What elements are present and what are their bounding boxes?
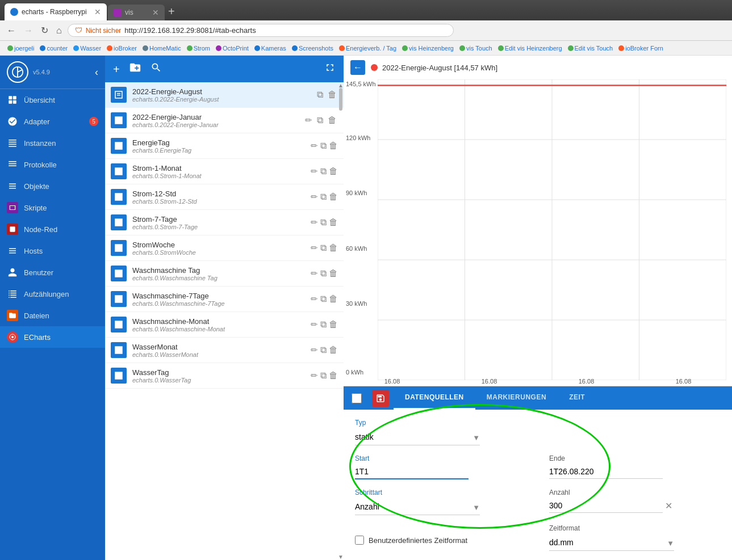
bookmark-edit-heinzenberg[interactable]: Edit vis Heinzenberg — [495, 44, 565, 53]
sidebar-item-ubersicht[interactable]: Übersicht — [0, 89, 105, 111]
file-copy-12[interactable]: ⧉ — [320, 370, 327, 381]
bookmark-octoprint[interactable]: OctoPrint — [213, 44, 252, 53]
tab-close-2[interactable]: ✕ — [152, 8, 159, 17]
add-folder-button[interactable] — [127, 59, 144, 79]
bookmark-iobroker[interactable]: ioBroker — [104, 44, 140, 53]
chart-back-button[interactable]: ← — [350, 60, 365, 75]
file-edit-10[interactable]: ✏ — [311, 319, 318, 330]
sidebar-item-hosts[interactable]: Hosts — [0, 240, 105, 262]
bookmark-kameras[interactable]: Kameras — [252, 44, 289, 53]
file-edit-3[interactable]: ✏ — [311, 141, 318, 151]
bookmark-strom[interactable]: Strom — [184, 44, 213, 53]
file-edit-9[interactable]: ✏ — [311, 294, 318, 304]
file-edit-2[interactable]: ✏ — [304, 114, 313, 127]
file-delete-8[interactable]: 🗑 — [329, 268, 338, 279]
file-delete-3[interactable]: 🗑 — [329, 141, 338, 151]
file-edit-12[interactable]: ✏ — [311, 370, 318, 381]
file-item-5[interactable]: Strom-12-Std echarts.0.Strom-12-Std ✏ ⧉ … — [105, 184, 344, 210]
file-item-8[interactable]: Waschmaschine Tag echarts.0.Waschmaschin… — [105, 261, 344, 287]
bookmark-vis-touch[interactable]: vis Touch — [457, 44, 495, 53]
file-edit-6[interactable]: ✏ — [311, 217, 318, 228]
collapse-button[interactable]: ‹ — [95, 66, 98, 78]
file-edit-4[interactable]: ✏ — [311, 166, 318, 176]
file-copy-8[interactable]: ⧉ — [320, 268, 327, 279]
scrollbar[interactable] — [339, 88, 342, 111]
bottom-checkbox[interactable] — [352, 393, 362, 403]
file-copy-9[interactable]: ⧉ — [320, 294, 327, 304]
tab-inactive[interactable]: vis ✕ — [108, 5, 165, 20]
anzahl-input[interactable] — [549, 499, 663, 513]
file-item-7[interactable]: StromWoche echarts.0.StromWoche ✏ ⧉ 🗑 — [105, 235, 344, 261]
sidebar-item-echarts[interactable]: ECharts — [0, 326, 105, 348]
file-edit-11[interactable]: ✏ — [311, 345, 318, 355]
file-delete-1[interactable]: 🗑 — [327, 89, 338, 101]
file-delete-12[interactable]: 🗑 — [329, 370, 338, 381]
file-copy-5[interactable]: ⧉ — [320, 192, 327, 202]
file-delete-10[interactable]: 🗑 — [329, 319, 338, 330]
tab-close-1[interactable]: ✕ — [94, 7, 101, 16]
save-button[interactable] — [372, 390, 389, 407]
file-copy-6[interactable]: ⧉ — [320, 217, 327, 228]
file-item-11[interactable]: WasserMonat echarts.0.WasserMonat ✏ ⧉ 🗑 — [105, 338, 344, 363]
anzahl-clear[interactable]: ✕ — [665, 500, 672, 511]
typ-select[interactable]: statik relativ absolut — [355, 429, 480, 445]
file-copy-10[interactable]: ⧉ — [320, 319, 327, 330]
start-input[interactable] — [355, 465, 469, 479]
sidebar-item-skripte[interactable]: Skripte — [0, 197, 105, 218]
back-button[interactable]: ← — [5, 24, 18, 37]
file-item-12[interactable]: WasserTag echarts.0.WasserTag ✏ ⧉ 🗑 — [105, 363, 344, 389]
zeitformat-select[interactable]: dd.mm dd.mm.yy HH:MM — [549, 534, 674, 551]
file-delete-2[interactable]: 🗑 — [327, 114, 338, 127]
custom-zeitformat-checkbox[interactable] — [355, 536, 364, 545]
home-button[interactable]: ⌂ — [54, 24, 64, 37]
bookmark-counter[interactable]: counter — [37, 44, 70, 53]
tab-zeit[interactable]: ZEIT — [558, 386, 596, 410]
file-delete-7[interactable]: 🗑 — [329, 243, 338, 253]
file-delete-5[interactable]: 🗑 — [329, 192, 338, 202]
file-copy-3[interactable]: ⧉ — [320, 141, 327, 151]
sidebar-item-protokolle[interactable]: Protokolle — [0, 154, 105, 175]
file-copy-2[interactable]: ⧉ — [316, 114, 324, 127]
file-copy-4[interactable]: ⧉ — [320, 166, 327, 176]
tab-markierungen[interactable]: MARKIERUNGEN — [475, 386, 558, 410]
bookmark-joergeli[interactable]: joergeli — [5, 44, 37, 53]
file-item-4[interactable]: Strom-1-Monat echarts.0.Strom-1-Monat ✏ … — [105, 159, 344, 184]
tab-active[interactable]: echarts - Raspberrypi ✕ — [5, 3, 107, 20]
file-item-2[interactable]: 2022-Energie-Januar echarts.0.2022-Energ… — [105, 108, 344, 133]
refresh-button[interactable]: ↻ — [39, 24, 51, 37]
file-item-10[interactable]: Waschmaschine-Monat echarts.0.Waschmasch… — [105, 312, 344, 338]
file-delete-6[interactable]: 🗑 — [329, 217, 338, 228]
bookmark-iobroker-forn[interactable]: ioBroker Forn — [616, 44, 666, 53]
forward-button[interactable]: → — [22, 24, 35, 37]
sidebar-item-adapter[interactable]: Adapter 5 — [0, 111, 105, 132]
file-delete-9[interactable]: 🗑 — [329, 294, 338, 304]
bookmark-energie[interactable]: Energieverb. / Tag — [336, 44, 399, 53]
schrittart-select[interactable]: Anzahl Auto Manuell — [355, 499, 480, 515]
file-item-9[interactable]: Waschmaschine-7Tage echarts.0.Waschmasch… — [105, 287, 344, 312]
file-delete-4[interactable]: 🗑 — [329, 166, 338, 176]
sidebar-item-aufzahlungen[interactable]: Aufzählungen — [0, 283, 105, 305]
sidebar-item-benutzer[interactable]: Benutzer — [0, 262, 105, 283]
file-item-3[interactable]: EnergieTag echarts.0.EnergieTag ✏ ⧉ 🗑 — [105, 133, 344, 159]
ende-input[interactable] — [549, 465, 663, 479]
add-button[interactable]: + — [111, 61, 122, 77]
expand-button[interactable] — [322, 60, 338, 78]
search-button[interactable] — [148, 60, 164, 78]
tab-datenquellen[interactable]: DATENQUELLEN — [394, 386, 475, 410]
sidebar-item-objekte[interactable]: Objekte — [0, 175, 105, 197]
file-copy-7[interactable]: ⧉ — [320, 243, 327, 253]
bookmark-wasser[interactable]: Wasser — [70, 44, 104, 53]
file-edit-5[interactable]: ✏ — [311, 192, 318, 202]
new-tab-button[interactable]: + — [168, 5, 175, 20]
sidebar-item-instanzen[interactable]: Instanzen — [0, 132, 105, 154]
bookmark-screenshots[interactable]: Screenshots — [289, 44, 336, 53]
address-text[interactable]: http://192.168.192.29:8081/#tab-echarts — [124, 26, 446, 35]
file-edit-7[interactable]: ✏ — [311, 243, 318, 253]
bookmark-homematic[interactable]: HomeMatic — [140, 44, 184, 53]
file-delete-11[interactable]: 🗑 — [329, 345, 338, 355]
bookmark-edit-touch[interactable]: Edit vis Touch — [565, 44, 616, 53]
file-copy-11[interactable]: ⧉ — [320, 345, 327, 355]
file-copy-1[interactable]: ⧉ — [316, 89, 324, 101]
file-edit-8[interactable]: ✏ — [311, 268, 318, 279]
file-item-6[interactable]: Strom-7-Tage echarts.0.Strom-7-Tage ✏ ⧉ … — [105, 210, 344, 235]
